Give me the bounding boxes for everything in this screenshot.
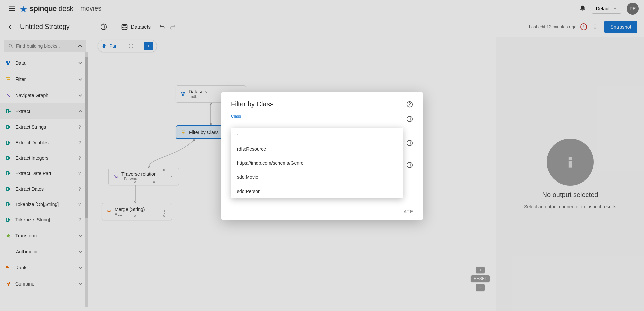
globe-icon[interactable] <box>406 139 413 147</box>
class-field-label: Class <box>231 114 400 119</box>
filter-class-dialog: Filter by Class Class ATE * rdfs:Resourc… <box>221 92 423 220</box>
extra-globe-buttons <box>406 139 413 169</box>
class-dropdown: * rdfs:Resource https://imdb.com/schema/… <box>231 128 403 198</box>
class-field[interactable]: Class <box>231 114 400 125</box>
dropdown-option-person[interactable]: sdo:Person <box>231 184 403 198</box>
help-icon[interactable] <box>406 101 413 108</box>
dropdown-option-star[interactable]: * <box>231 128 403 142</box>
svg-point-15 <box>409 105 410 106</box>
dropdown-option-genre[interactable]: https://imdb.com/schema/Genre <box>231 156 403 170</box>
dropdown-option-movie[interactable]: sdo:Movie <box>231 170 403 184</box>
dialog-title: Filter by Class <box>231 100 406 108</box>
dropdown-option-resource[interactable]: rdfs:Resource <box>231 142 403 156</box>
globe-icon[interactable] <box>406 115 413 123</box>
globe-icon[interactable] <box>406 161 413 169</box>
dialog-action[interactable]: ATE <box>404 209 413 214</box>
